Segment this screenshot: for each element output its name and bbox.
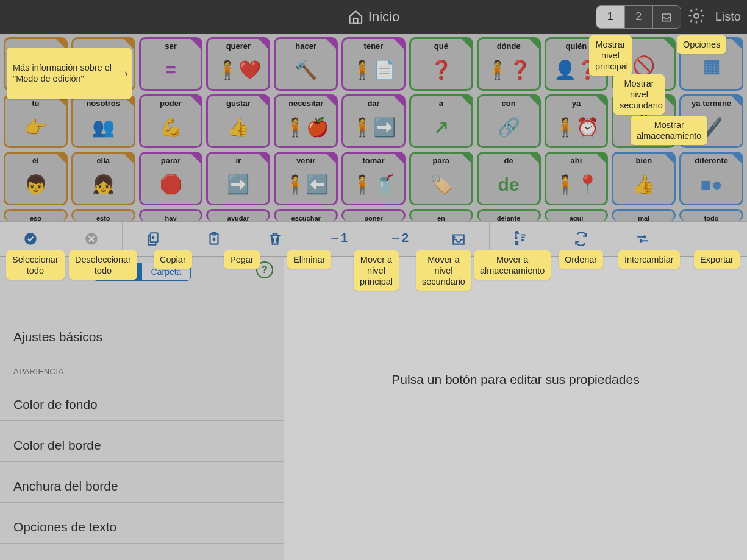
symbol-glyph: 🧍⬅️	[284, 165, 329, 204]
symbol-glyph: 👦	[24, 165, 47, 204]
symbol-cell[interactable]: ser=	[139, 37, 203, 91]
symbol-cell-peek[interactable]: todo	[679, 209, 743, 221]
border-color-row[interactable]: Color del borde	[0, 421, 284, 462]
symbol-glyph: ■●	[700, 165, 722, 204]
symbol-cell[interactable]: qué❓	[409, 37, 473, 91]
symbol-cell[interactable]: tener🧍📄	[341, 37, 406, 91]
tip-copy: Copiar	[154, 250, 192, 269]
basic-settings-row[interactable]: Ajustes básicos	[0, 302, 284, 353]
symbol-glyph: ❓	[430, 51, 452, 89]
symbol-cell[interactable]: dar🧍➡️	[341, 94, 406, 148]
symbol-cell-peek[interactable]: escuchar	[274, 209, 338, 221]
bg-color-row[interactable]: Color de fondo	[0, 380, 284, 421]
tip-move-primary: Mover a nivel principal	[354, 250, 399, 291]
symbol-glyph: 🧍🍎	[284, 108, 329, 146]
symbol-cell[interactable]: poder💪	[139, 94, 203, 148]
tip-paste: Pegar	[224, 250, 260, 269]
symbol-cell-peek[interactable]: en	[409, 209, 473, 221]
symbol-glyph: ↗	[434, 108, 449, 146]
chevron-right-icon: ›	[124, 66, 128, 80]
symbol-glyph: 🔨	[295, 51, 317, 89]
text-options-row[interactable]: Opciones de texto	[0, 503, 284, 544]
symbol-cell-peek[interactable]: ayudar	[206, 209, 270, 221]
settings-button[interactable]	[685, 4, 708, 29]
symbol-cell[interactable]: dónde🧍❓	[477, 37, 541, 91]
symbol-label: dónde	[497, 41, 521, 51]
symbol-label: él	[32, 156, 39, 165]
trash-icon	[267, 231, 283, 247]
tip-select-all: Seleccionar todo	[6, 250, 65, 280]
deselect-all-icon	[84, 231, 99, 247]
done-button[interactable]: Listo	[715, 10, 741, 24]
detail-pane: Pulsa un botón para editar sus propiedad…	[284, 257, 747, 560]
symbol-cell[interactable]: tomar🧍🥤	[341, 152, 406, 205]
symbol-cell[interactable]: querer🧍❤️	[206, 37, 270, 91]
inbox-icon	[660, 11, 673, 23]
symbol-label: ya	[572, 99, 581, 108]
detail-placeholder-text: Pulsa un botón para editar sus propiedad…	[391, 372, 639, 387]
symbol-glyph: 👧	[92, 165, 115, 204]
symbol-cell[interactable]: tú👉	[4, 94, 68, 148]
symbol-label: ayudar	[227, 214, 249, 221]
symbol-glyph: 🧍❤️	[216, 51, 261, 89]
symbol-glyph: 🧍❓	[486, 51, 531, 89]
symbol-label: para	[433, 156, 449, 165]
display-row[interactable]: Visualización	[0, 544, 284, 560]
symbol-cell-peek[interactable]: aquí	[545, 209, 609, 221]
symbol-label: a	[439, 99, 443, 108]
symbol-cell[interactable]: a↗	[409, 94, 473, 148]
symbol-cell[interactable]: bien👍	[612, 152, 676, 205]
symbol-glyph: 👍	[227, 108, 249, 146]
symbol-label: en	[437, 214, 445, 221]
symbol-label: eso	[30, 214, 41, 221]
border-width-row[interactable]: Anchura del borde	[0, 462, 284, 503]
symbol-glyph: de	[498, 165, 520, 204]
move-1-icon: →1	[329, 231, 345, 247]
paste-icon	[206, 231, 222, 247]
symbol-glyph: 👍	[632, 165, 655, 204]
symbol-cell[interactable]: diferente■●	[679, 152, 743, 205]
tip-level-primary: Mostrar nivel principal	[589, 35, 632, 76]
symbol-glyph: 🛑	[160, 165, 182, 204]
symbol-label: nosotros	[86, 99, 120, 108]
symbol-label: delante	[497, 214, 521, 221]
symbol-cell-peek[interactable]: hay	[139, 209, 203, 221]
symbol-label: gustar	[226, 99, 251, 108]
symbol-cell[interactable]: necesitar🧍🍎	[274, 94, 338, 148]
move-storage-icon	[451, 231, 466, 247]
symbol-cell[interactable]: ella👧	[71, 152, 135, 205]
symbol-cell[interactable]: venir🧍⬅️	[274, 152, 338, 205]
symbol-cell-peek[interactable]: poner	[341, 209, 406, 221]
symbol-cell[interactable]: ya🧍⏰	[545, 94, 609, 148]
symbol-cell[interactable]: parar🛑	[139, 152, 203, 205]
symbol-label: ahí	[571, 156, 582, 165]
symbol-cell[interactable]: ir➡️	[206, 152, 270, 205]
symbol-label: bien	[635, 156, 652, 165]
storage-button[interactable]	[652, 6, 681, 28]
symbol-cell[interactable]: dede	[477, 152, 541, 205]
symbol-cell-peek[interactable]: mal	[612, 209, 676, 221]
symbol-cell-peek[interactable]: esto	[71, 209, 135, 221]
level-1-button[interactable]: 1	[596, 6, 624, 28]
home-icon	[348, 9, 363, 25]
symbol-label: poner	[364, 214, 383, 221]
symbol-label: mal	[638, 214, 649, 221]
symbol-cell[interactable]: gustar👍	[206, 94, 270, 148]
symbol-label: tú	[32, 99, 39, 108]
symbol-cell[interactable]: hacer🔨	[274, 37, 338, 91]
symbol-cell[interactable]: él👦	[4, 152, 68, 205]
symbol-cell-peek[interactable]: eso	[4, 209, 68, 221]
home-label: Inicio	[368, 9, 399, 25]
symbol-cell[interactable]: con🔗	[477, 94, 541, 148]
svg-text:A: A	[515, 231, 518, 234]
svg-text:Z: Z	[515, 241, 518, 245]
symbol-label: de	[504, 156, 513, 165]
level-2-button[interactable]: 2	[624, 6, 652, 28]
symbol-cell[interactable]: para🏷️	[409, 152, 473, 205]
symbol-cell[interactable]: nosotros👥	[71, 94, 135, 148]
symbol-glyph: 🏷️	[430, 165, 452, 204]
tip-edit-mode-info[interactable]: Más información sobre el "Modo de edició…	[7, 48, 132, 99]
symbol-cell[interactable]: ahí🧍📍	[545, 152, 609, 205]
symbol-label: poder	[160, 99, 182, 108]
symbol-cell-peek[interactable]: delante	[477, 209, 541, 221]
